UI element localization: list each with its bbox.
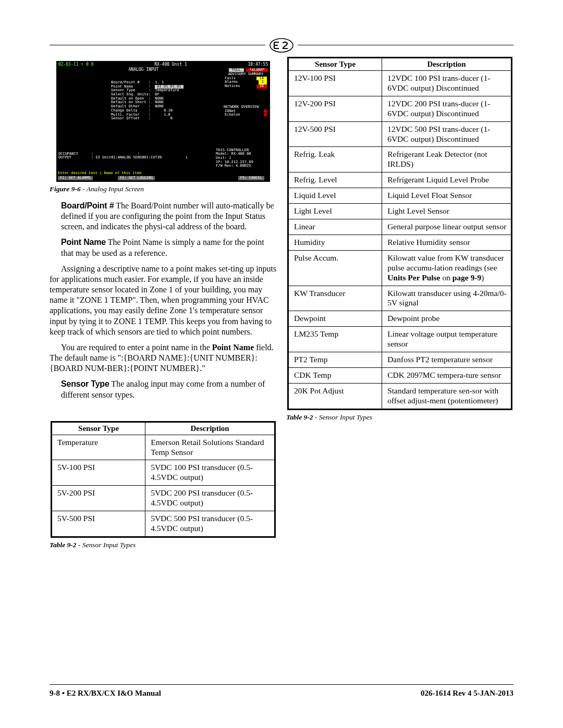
scr-unit: RX-400 Unit 1: [154, 63, 187, 67]
table-row: 20K Pot AdjustStandard temperature sen-s…: [288, 383, 512, 409]
table-row: PT2 TempDanfoss PT2 temperature sensor: [288, 352, 512, 368]
table-row: LM235 TempLinear voltage output temperat…: [288, 327, 512, 352]
content-columns: 02-01-11 • 0 0 RX-400 Unit 1 10:47:55 AN…: [50, 56, 513, 557]
dot-icon: [264, 113, 267, 116]
cell-sensor-type: 5V-100 PSI: [52, 460, 145, 486]
sensor-table-right: Sensor Type Description 12V-100 PSI12VDC…: [287, 57, 512, 410]
cell-sensor-type: Humidity: [288, 235, 382, 250]
table-caption-right: Table 9-2 - Sensor Input Types: [286, 413, 513, 422]
svg-point-0: [270, 39, 293, 52]
right-column: Sensor Type Description 12V-100 PSI12VDC…: [286, 56, 513, 557]
sensor-table-left: Sensor Type Description TemperatureEmers…: [51, 421, 276, 538]
footer-left: 9-8 • E2 RX/BX/CX I&O Manual: [50, 689, 161, 698]
adv-notices-label: Notices: [225, 84, 240, 89]
para-board-point: Board/Point # The Board/Point number wil…: [61, 201, 277, 232]
cell-sensor-type: Refrig. Level: [288, 172, 382, 188]
cell-description: CDK 2097MC tempera-ture sensor: [382, 367, 512, 383]
page: 02-01-11 • 0 0 RX-400 Unit 1 10:47:55 AN…: [0, 0, 563, 728]
figure-label: Figure 9-6: [50, 185, 81, 193]
table-row: Refrig. LeakRefrigerant Leak Detector (n…: [288, 147, 512, 172]
cell-sensor-type: 12V-500 PSI: [288, 121, 382, 147]
para-assign: Assigning a descriptive name to a point …: [50, 264, 277, 337]
table-row: CDK TempCDK 2097MC tempera-ture sensor: [288, 367, 512, 383]
fkey-f2: F2: SET LOGGING: [118, 176, 155, 180]
table-header-type: Sensor Type: [288, 58, 382, 71]
cell-sensor-type: LM235 Temp: [288, 327, 382, 352]
table-row: DewpointDewpoint probe: [288, 311, 512, 327]
cell-description: 5VDC 500 PSI transducer (0.5-4.5VDC outp…: [145, 511, 275, 537]
cell-description: 5VDC 100 PSI transducer (0.5-4.5VDC outp…: [145, 460, 275, 486]
para-sensor-type: Sensor Type The analog input may come fr…: [61, 379, 277, 400]
cell-description: Kilowatt transducer using 4-20ma/0-5V si…: [382, 286, 512, 311]
cell-description: Liquid Level Float Sensor: [382, 188, 512, 204]
cell-description: 5VDC 200 PSI transducer (0.5-4.5VDC outp…: [145, 486, 275, 511]
cell-sensor-type: 12V-100 PSI: [288, 71, 382, 96]
scr-date: 02-01-11 • 0 0: [58, 63, 93, 67]
screenshot-figure: 02-01-11 • 0 0 RX-400 Unit 1 10:47:55 AN…: [56, 61, 270, 182]
cell-sensor-type: Pulse Accum.: [288, 250, 382, 286]
header-logo: [265, 38, 298, 53]
table-caption-left: Table 9-2 - Sensor Input Types: [50, 541, 277, 549]
cell-sensor-type: 5V-200 PSI: [52, 486, 145, 511]
table-row: 12V-500 PSI12VDC 500 PSI trans-ducer (1-…: [288, 121, 512, 147]
scr-title: ANALOG INPUT: [58, 68, 229, 72]
table-header-desc: Description: [145, 422, 275, 435]
table-row: Light LevelLight Level Sensor: [288, 204, 512, 219]
table-row: 5V-100 PSI5VDC 100 PSI transducer (0.5-4…: [52, 460, 275, 486]
cell-description: Light Level Sensor: [382, 204, 512, 219]
figure-title: - Analog Input Screen: [81, 185, 144, 193]
cell-sensor-type: Linear: [288, 219, 382, 235]
fkey-f5: F5: CANCEL: [238, 176, 264, 180]
scr-enter-prompt: Enter desired text | Name of this item: [58, 171, 268, 176]
cell-sensor-type: Dewpoint: [288, 311, 382, 327]
footer-right: 026-1614 Rev 4 5-JAN-2013: [421, 689, 513, 698]
fkey-f1: F1: SET ALARMS: [58, 176, 93, 180]
cell-description: Emerson Retail Solutions Standard Temp S…: [145, 435, 275, 460]
cell-description: Refrigerant Liquid Level Probe: [382, 172, 512, 188]
table-row: 12V-200 PSI12VDC 200 PSI trans-ducer (1-…: [288, 96, 512, 121]
para-point-name: Point Name The Point Name is simply a na…: [61, 237, 277, 258]
table-header-desc: Description: [382, 58, 512, 71]
table-header-type: Sensor Type: [52, 422, 145, 435]
table-row: Refrig. LevelRefrigerant Liquid Level Pr…: [288, 172, 512, 188]
cell-description: Refrigerant Leak Detector (not IRLDS): [382, 147, 512, 172]
cell-description: Kilowatt value from KW transducer pulse …: [382, 250, 512, 286]
cell-description: Linear voltage output temperature sensor: [382, 327, 512, 352]
cell-description: General purpose linear output sensor: [382, 219, 512, 235]
cell-description: Relative Humidity sensor: [382, 235, 512, 250]
table-row: Liquid LevelLiquid Level Float Sensor: [288, 188, 512, 204]
table-row: Pulse Accum.Kilowatt value from KW trans…: [288, 250, 512, 286]
cell-description: Danfoss PT2 temperature sensor: [382, 352, 512, 368]
table-row: 5V-500 PSI5VDC 500 PSI transducer (0.5-4…: [52, 511, 275, 537]
table-row: HumidityRelative Humidity sensor: [288, 235, 512, 250]
cell-sensor-type: PT2 Temp: [288, 352, 382, 368]
table-title: - Sensor Input Types: [313, 413, 373, 421]
cell-sensor-type: Light Level: [288, 204, 382, 219]
table-row: LinearGeneral purpose linear output sens…: [288, 219, 512, 235]
figure-caption: Figure 9-6 - Analog Input Screen: [50, 185, 277, 193]
dot-icon: [264, 109, 267, 113]
left-column: 02-01-11 • 0 0 RX-400 Unit 1 10:47:55 AN…: [50, 56, 277, 557]
cell-description: 12VDC 200 PSI trans-ducer (1-6VDC output…: [382, 96, 512, 121]
cell-sensor-type: 12V-200 PSI: [288, 96, 382, 121]
table-row: KW TransducerKilowatt transducer using 4…: [288, 286, 512, 311]
page-footer: 9-8 • E2 RX/BX/CX I&O Manual 026-1614 Re…: [50, 684, 513, 698]
adv-notices-val: 30: [256, 84, 267, 89]
cell-description: 12VDC 100 PSI trans-ducer (1-6VDC output…: [382, 71, 512, 96]
table-label: Table 9-2: [286, 413, 313, 421]
cell-description: 12VDC 500 PSI trans-ducer (1-6VDC output…: [382, 121, 512, 147]
table-row: 12V-100 PSI12VDC 100 PSI trans-ducer (1-…: [288, 71, 512, 96]
cell-sensor-type: 20K Pot Adjust: [288, 383, 382, 409]
para-required: You are required to enter a point name i…: [50, 342, 277, 374]
table-label: Table 9-2: [50, 541, 77, 549]
scr-time: 10:47:55: [248, 63, 268, 67]
cell-sensor-type: CDK Temp: [288, 367, 382, 383]
cell-sensor-type: 5V-500 PSI: [52, 511, 145, 537]
cell-sensor-type: KW Transducer: [288, 286, 382, 311]
table-row: 5V-200 PSI5VDC 200 PSI transducer (0.5-4…: [52, 486, 275, 511]
header-rule: [50, 45, 513, 45]
cell-sensor-type: Liquid Level: [288, 188, 382, 204]
cell-sensor-type: Refrig. Leak: [288, 147, 382, 172]
cell-description: Dewpoint probe: [382, 311, 512, 327]
scr-fields: Board/Point # : 1. 1 Point Name : AI.01.…: [111, 81, 183, 121]
